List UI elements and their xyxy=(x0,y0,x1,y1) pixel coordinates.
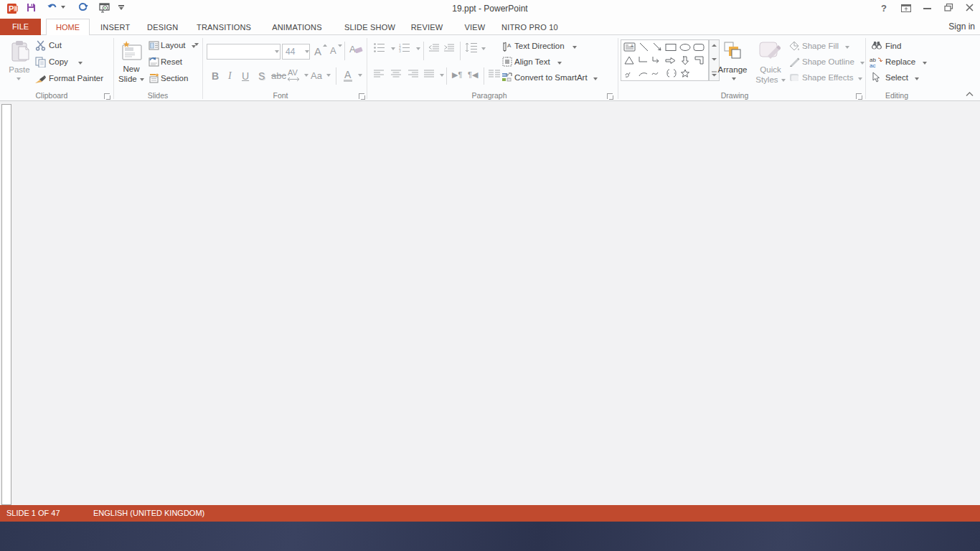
svg-text:P: P xyxy=(9,4,14,13)
svg-text:A: A xyxy=(507,42,512,49)
svg-text:3: 3 xyxy=(399,49,401,52)
svg-text:ac: ac xyxy=(870,62,875,67)
svg-text:?: ? xyxy=(881,4,887,13)
svg-text:A: A xyxy=(631,44,633,48)
